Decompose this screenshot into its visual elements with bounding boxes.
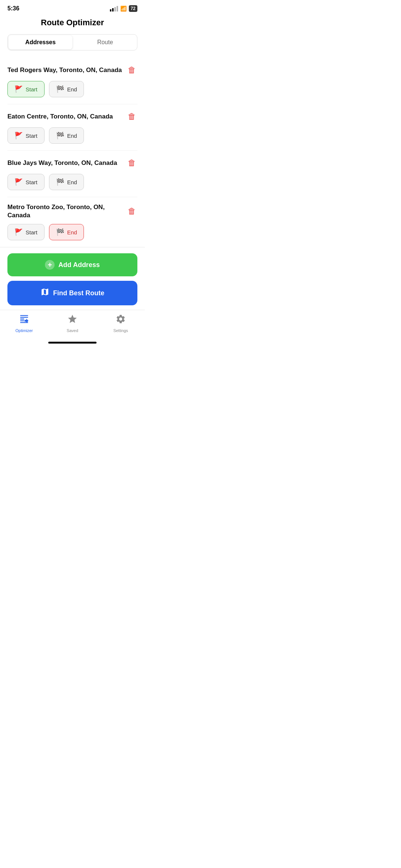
delete-button-3[interactable]: 🗑 [126,157,137,169]
end-button-2[interactable]: 🏁 End [49,127,84,144]
segment-addresses[interactable]: Addresses [9,35,72,49]
home-indicator [48,342,97,344]
delete-button-2[interactable]: 🗑 [126,110,137,123]
settings-icon [115,314,126,327]
delete-button-1[interactable]: 🗑 [126,64,137,77]
start-button-4[interactable]: 🚩 Start [7,224,45,240]
address-row-4: Metro Toronto Zoo, Toronto, ON, Canada 🗑 [7,203,137,220]
btn-row-2: 🚩 Start 🏁 End [7,127,137,144]
end-button-4[interactable]: 🏁 End [49,224,84,240]
optimizer-icon [19,314,29,327]
start-flag-icon-1: 🚩 [14,85,23,93]
end-button-3[interactable]: 🏁 End [49,174,84,190]
saved-icon [67,314,78,327]
start-button-1[interactable]: 🚩 Start [7,81,45,97]
address-name-1: Ted Rogers Way, Toronto, ON, Canada [7,66,126,74]
segment-control: Addresses Route [7,34,137,51]
btn-row-3: 🚩 Start 🏁 End [7,174,137,190]
saved-label: Saved [66,328,78,333]
page-title: Route Optimizer [0,14,145,34]
tab-saved[interactable]: Saved [48,314,97,333]
start-flag-icon-3: 🚩 [14,178,23,186]
trash-icon-2: 🗑 [128,112,136,121]
plus-icon: + [45,260,55,270]
address-item-1: Ted Rogers Way, Toronto, ON, Canada 🗑 🚩 … [7,58,137,104]
settings-label: Settings [113,328,128,333]
end-flag-icon-2: 🏁 [56,131,64,140]
delete-button-4[interactable]: 🗑 [126,205,137,218]
address-item-4: Metro Toronto Zoo, Toronto, ON, Canada 🗑… [7,197,137,247]
address-row-2: Eaton Centre, Toronto, ON, Canada 🗑 [7,110,137,123]
tab-optimizer[interactable]: Optimizer [0,314,48,333]
tab-settings[interactable]: Settings [97,314,145,333]
trash-icon-4: 🗑 [128,207,136,216]
optimizer-label: Optimizer [15,328,33,333]
map-icon [40,287,49,299]
btn-row-4: 🚩 Start 🏁 End [7,224,137,240]
address-name-3: Blue Jays Way, Toronto, ON, Canada [7,159,126,167]
status-time: 5:36 [7,5,19,12]
signal-icon [110,6,118,12]
btn-row-1: 🚩 Start 🏁 End [7,81,137,97]
start-button-3[interactable]: 🚩 Start [7,174,45,190]
trash-icon-3: 🗑 [128,158,136,168]
segment-route[interactable]: Route [73,35,137,50]
start-flag-icon-2: 🚩 [14,131,23,140]
address-name-2: Eaton Centre, Toronto, ON, Canada [7,113,126,121]
trash-icon-1: 🗑 [128,65,136,75]
wifi-icon: 📶 [120,6,127,12]
address-row-3: Blue Jays Way, Toronto, ON, Canada 🗑 [7,157,137,169]
bottom-section: + Add Address Find Best Route [0,247,145,310]
address-list: Ted Rogers Way, Toronto, ON, Canada 🗑 🚩 … [0,58,145,247]
add-address-button[interactable]: + Add Address [7,253,137,276]
start-flag-icon-4: 🚩 [14,228,23,236]
status-bar: 5:36 📶 72 [0,0,145,14]
battery-indicator: 72 [129,5,137,12]
status-icons: 📶 72 [110,5,137,12]
end-button-1[interactable]: 🏁 End [49,81,84,97]
address-item-2: Eaton Centre, Toronto, ON, Canada 🗑 🚩 St… [7,104,137,151]
tab-bar: Optimizer Saved Settings [0,310,145,340]
end-flag-icon-3: 🏁 [56,178,64,186]
address-name-4: Metro Toronto Zoo, Toronto, ON, Canada [7,203,126,220]
find-route-button[interactable]: Find Best Route [7,281,137,305]
end-flag-icon-4: 🏁 [56,228,64,236]
address-item-3: Blue Jays Way, Toronto, ON, Canada 🗑 🚩 S… [7,151,137,197]
end-flag-icon-1: 🏁 [56,85,64,93]
start-button-2[interactable]: 🚩 Start [7,127,45,144]
address-row-1: Ted Rogers Way, Toronto, ON, Canada 🗑 [7,64,137,77]
